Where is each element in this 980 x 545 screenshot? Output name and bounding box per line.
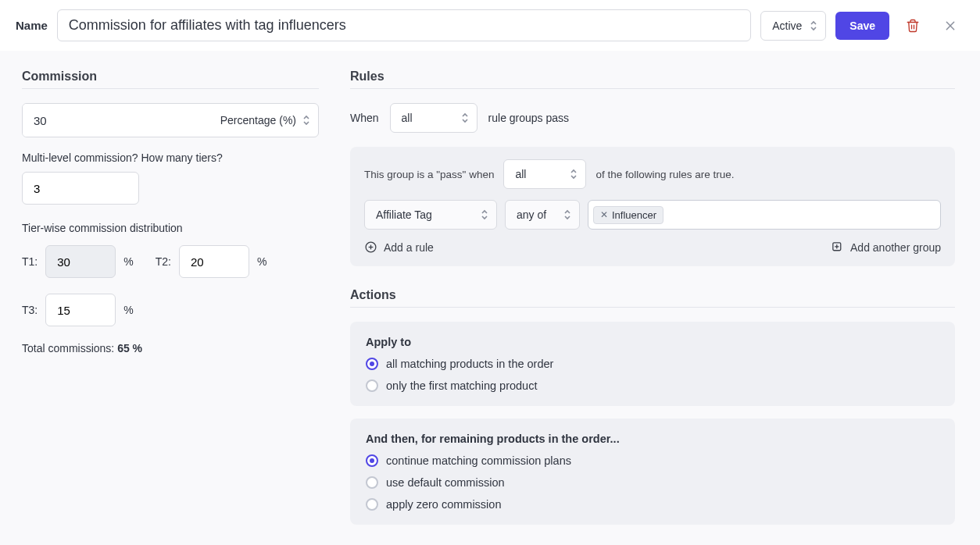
rule-field-value: Affiliate Tag <box>376 208 432 221</box>
tier-1-unit: % <box>123 255 133 268</box>
chevron-updown-icon <box>461 112 469 124</box>
group-mode-select[interactable]: all <box>503 159 586 189</box>
plus-circle-icon <box>364 240 377 254</box>
when-mode-select[interactable]: all <box>390 103 477 133</box>
tier-3-input[interactable] <box>45 294 116 326</box>
when-suffix: rule groups pass <box>488 112 570 124</box>
apply-to-card: Apply to all matching products in the or… <box>350 322 955 406</box>
chevron-updown-icon <box>481 208 488 221</box>
group-mode-value: all <box>515 168 526 180</box>
rules-when-row: When all rule groups pass <box>350 103 955 133</box>
page-header: Name Active Save <box>0 0 980 51</box>
rule-field-select[interactable]: Affiliate Tag <box>364 200 497 230</box>
apply-to-option-0[interactable]: all matching products in the order <box>366 358 939 370</box>
rules-actions-panel: Rules When all rule groups pass This gro… <box>350 69 955 529</box>
rule-tag-input[interactable]: ✕ Influencer <box>588 200 941 230</box>
radio-icon[interactable] <box>366 476 378 489</box>
chevron-updown-icon <box>570 168 578 180</box>
apply-to-label-0: all matching products in the order <box>386 358 553 370</box>
tier-2-label: T2: <box>156 255 171 268</box>
tier-3-unit: % <box>123 304 133 316</box>
name-label: Name <box>16 19 48 32</box>
chevron-updown-icon <box>563 208 571 221</box>
then-label-2: apply zero commission <box>386 498 501 511</box>
radio-icon[interactable] <box>366 498 378 511</box>
add-rule-label: Add a rule <box>384 241 434 254</box>
mlm-label: Multi-level commission? How many tiers? <box>22 151 319 164</box>
delete-button[interactable] <box>899 12 927 40</box>
apply-to-option-1[interactable]: only the first matching product <box>366 379 939 392</box>
chevron-updown-icon <box>810 20 817 32</box>
then-option-2[interactable]: apply zero commission <box>366 498 939 511</box>
rule-group: This group is a "pass" when all of the f… <box>350 147 955 266</box>
tier-row-1: T1: % T2: % <box>22 245 319 278</box>
commission-type-value: Percentage (%) <box>220 114 296 126</box>
group-head: This group is a "pass" when all of the f… <box>364 159 941 189</box>
apply-to-heading: Apply to <box>366 336 939 348</box>
rule-tag-chip: ✕ Influencer <box>593 206 663 224</box>
group-actions: Add a rule Add another group <box>364 240 941 254</box>
apply-to-label-1: only the first matching product <box>386 379 537 392</box>
rule-op-value: any of <box>517 208 546 221</box>
then-option-1[interactable]: use default commission <box>366 476 939 489</box>
tag-remove-icon[interactable]: ✕ <box>600 209 608 220</box>
commission-title: Commission <box>22 69 319 89</box>
trash-icon <box>906 19 920 33</box>
tier-row-2: T3: % <box>22 294 319 326</box>
dist-label: Tier-wise commission distribution <box>22 222 319 234</box>
tier-2-unit: % <box>257 255 266 268</box>
tier-1-label: T1: <box>22 255 38 268</box>
page-body: Commission Percentage (%) Multi-level co… <box>0 51 980 545</box>
add-group-icon <box>831 240 844 254</box>
commission-type-select[interactable]: Percentage (%) <box>209 104 318 137</box>
chevron-updown-icon <box>302 114 310 126</box>
tier-1-input <box>45 245 116 278</box>
tier-2: T2: % <box>156 245 267 278</box>
status-value: Active <box>772 20 802 32</box>
tier-2-input[interactable] <box>179 245 249 278</box>
close-button[interactable] <box>936 12 964 40</box>
then-option-0[interactable]: continue matching commission plans <box>366 454 939 467</box>
status-select[interactable]: Active <box>760 11 826 41</box>
tier-3: T3: % <box>22 294 134 326</box>
when-label: When <box>350 112 379 124</box>
commission-value-row: Percentage (%) <box>22 103 319 137</box>
rule-op-select[interactable]: any of <box>505 200 580 230</box>
tiers-count-input[interactable] <box>22 172 139 205</box>
then-card: And then, for remaining products in the … <box>350 419 955 525</box>
radio-icon[interactable] <box>366 379 378 392</box>
total-label: Total commissions: <box>22 342 117 354</box>
add-group-label: Add another group <box>850 241 941 254</box>
rule-tag-value: Influencer <box>612 209 656 221</box>
rule-line: Affiliate Tag any of ✕ Influencer <box>364 200 941 230</box>
close-icon <box>944 20 957 32</box>
group-suffix: of the following rules are true. <box>596 169 734 180</box>
save-button[interactable]: Save <box>835 12 889 40</box>
group-prefix: This group is a "pass" when <box>364 169 494 180</box>
rules-title: Rules <box>350 69 955 89</box>
tier-3-label: T3: <box>22 304 38 316</box>
actions-title: Actions <box>350 288 955 308</box>
commission-value-input[interactable] <box>23 104 209 137</box>
when-mode-value: all <box>402 112 413 124</box>
commission-panel: Commission Percentage (%) Multi-level co… <box>22 69 319 529</box>
name-input[interactable] <box>57 9 751 41</box>
then-label-1: use default commission <box>386 476 505 489</box>
add-group-button[interactable]: Add another group <box>831 240 941 254</box>
then-heading: And then, for remaining products in the … <box>366 433 939 445</box>
total-value: 65 % <box>117 342 142 354</box>
radio-icon[interactable] <box>366 454 378 467</box>
add-rule-button[interactable]: Add a rule <box>364 240 434 254</box>
then-label-0: continue matching commission plans <box>386 454 571 467</box>
radio-icon[interactable] <box>366 358 378 370</box>
tier-1: T1: % <box>22 245 134 278</box>
total-commissions: Total commissions: 65 % <box>22 342 319 354</box>
